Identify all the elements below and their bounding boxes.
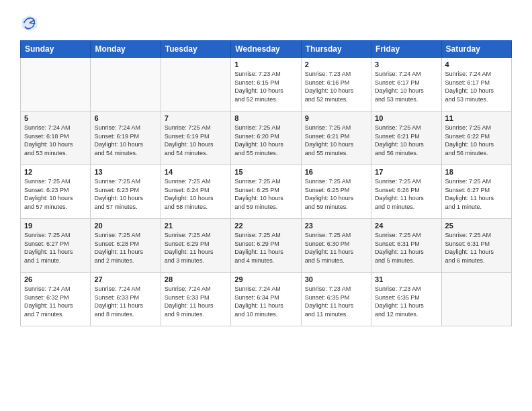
day-info: Sunrise: 7:23 AM Sunset: 6:35 PM Dayligh… [305, 285, 367, 318]
calendar-cell: 30Sunrise: 7:23 AM Sunset: 6:35 PM Dayli… [301, 273, 371, 326]
day-info: Sunrise: 7:25 AM Sunset: 6:30 PM Dayligh… [305, 231, 367, 265]
logo [20, 13, 42, 32]
general-blue-logo-icon [20, 13, 39, 32]
day-info: Sunrise: 7:25 AM Sunset: 6:19 PM Dayligh… [165, 124, 227, 157]
calendar-cell: 3Sunrise: 7:24 AM Sunset: 6:17 PM Daylig… [371, 58, 441, 111]
day-info: Sunrise: 7:25 AM Sunset: 6:25 PM Dayligh… [305, 177, 367, 211]
calendar-page: SundayMondayTuesdayWednesdayThursdayFrid… [0, 0, 532, 336]
day-number: 9 [305, 114, 367, 122]
day-info: Sunrise: 7:25 AM Sunset: 6:29 PM Dayligh… [234, 231, 297, 265]
calendar-cell: 17Sunrise: 7:25 AM Sunset: 6:26 PM Dayli… [371, 165, 441, 219]
calendar-header [20, 13, 512, 32]
calendar-cell: 11Sunrise: 7:25 AM Sunset: 6:22 PM Dayli… [441, 111, 511, 165]
day-number: 8 [234, 114, 297, 122]
day-number: 15 [234, 168, 297, 176]
day-header-wednesday: Wednesday [231, 41, 301, 58]
day-number: 18 [445, 168, 508, 176]
day-number: 24 [375, 222, 437, 230]
day-info: Sunrise: 7:25 AM Sunset: 6:28 PM Dayligh… [94, 231, 157, 265]
day-info: Sunrise: 7:24 AM Sunset: 6:33 PM Dayligh… [165, 285, 227, 318]
day-number: 19 [24, 222, 87, 230]
day-number: 1 [234, 60, 297, 68]
day-header-thursday: Thursday [301, 41, 371, 58]
day-info: Sunrise: 7:24 AM Sunset: 6:32 PM Dayligh… [24, 285, 87, 318]
calendar-cell: 6Sunrise: 7:24 AM Sunset: 6:19 PM Daylig… [91, 111, 161, 165]
calendar-cell [21, 58, 91, 111]
day-info: Sunrise: 7:24 AM Sunset: 6:18 PM Dayligh… [24, 124, 87, 157]
day-info: Sunrise: 7:25 AM Sunset: 6:22 PM Dayligh… [445, 124, 508, 157]
calendar-cell: 18Sunrise: 7:25 AM Sunset: 6:27 PM Dayli… [441, 165, 511, 219]
day-number: 22 [234, 222, 297, 230]
day-info: Sunrise: 7:25 AM Sunset: 6:20 PM Dayligh… [234, 124, 297, 157]
day-info: Sunrise: 7:25 AM Sunset: 6:31 PM Dayligh… [445, 231, 508, 265]
day-number: 11 [445, 114, 508, 122]
calendar-cell: 8Sunrise: 7:25 AM Sunset: 6:20 PM Daylig… [231, 111, 301, 165]
day-info: Sunrise: 7:24 AM Sunset: 6:17 PM Dayligh… [375, 70, 437, 103]
calendar-week-4: 19Sunrise: 7:25 AM Sunset: 6:27 PM Dayli… [21, 219, 512, 273]
calendar-cell: 16Sunrise: 7:25 AM Sunset: 6:25 PM Dayli… [301, 165, 371, 219]
calendar-cell [91, 58, 161, 111]
day-info: Sunrise: 7:24 AM Sunset: 6:34 PM Dayligh… [234, 285, 297, 318]
day-info: Sunrise: 7:25 AM Sunset: 6:26 PM Dayligh… [375, 177, 437, 211]
calendar-cell: 20Sunrise: 7:25 AM Sunset: 6:28 PM Dayli… [91, 219, 161, 273]
calendar-week-5: 26Sunrise: 7:24 AM Sunset: 6:32 PM Dayli… [21, 273, 512, 326]
day-number: 14 [165, 168, 227, 176]
calendar-cell: 15Sunrise: 7:25 AM Sunset: 6:25 PM Dayli… [231, 165, 301, 219]
calendar-header-row: SundayMondayTuesdayWednesdayThursdayFrid… [21, 41, 512, 58]
calendar-cell: 22Sunrise: 7:25 AM Sunset: 6:29 PM Dayli… [231, 219, 301, 273]
day-header-tuesday: Tuesday [161, 41, 230, 58]
day-number: 23 [305, 222, 367, 230]
day-number: 5 [24, 114, 87, 122]
calendar-cell: 13Sunrise: 7:25 AM Sunset: 6:23 PM Dayli… [91, 165, 161, 219]
calendar-cell: 25Sunrise: 7:25 AM Sunset: 6:31 PM Dayli… [441, 219, 511, 273]
calendar-cell: 19Sunrise: 7:25 AM Sunset: 6:27 PM Dayli… [21, 219, 91, 273]
calendar-week-1: 1Sunrise: 7:23 AM Sunset: 6:15 PM Daylig… [21, 58, 512, 111]
day-header-monday: Monday [91, 41, 161, 58]
day-header-sunday: Sunday [21, 41, 91, 58]
day-number: 2 [305, 60, 367, 68]
day-number: 4 [445, 60, 508, 68]
day-info: Sunrise: 7:24 AM Sunset: 6:19 PM Dayligh… [94, 124, 157, 157]
day-number: 17 [375, 168, 437, 176]
calendar-week-2: 5Sunrise: 7:24 AM Sunset: 6:18 PM Daylig… [21, 111, 512, 165]
day-number: 26 [24, 275, 87, 283]
day-info: Sunrise: 7:25 AM Sunset: 6:21 PM Dayligh… [305, 124, 367, 157]
day-info: Sunrise: 7:25 AM Sunset: 6:31 PM Dayligh… [375, 231, 437, 265]
day-number: 29 [234, 275, 297, 283]
day-info: Sunrise: 7:23 AM Sunset: 6:16 PM Dayligh… [305, 70, 367, 103]
calendar-table: SundayMondayTuesdayWednesdayThursdayFrid… [20, 40, 512, 326]
day-info: Sunrise: 7:25 AM Sunset: 6:25 PM Dayligh… [234, 177, 297, 211]
day-info: Sunrise: 7:25 AM Sunset: 6:27 PM Dayligh… [445, 177, 508, 211]
calendar-cell: 5Sunrise: 7:24 AM Sunset: 6:18 PM Daylig… [21, 111, 91, 165]
calendar-cell [441, 273, 511, 326]
calendar-cell: 24Sunrise: 7:25 AM Sunset: 6:31 PM Dayli… [371, 219, 441, 273]
day-number: 25 [445, 222, 508, 230]
day-number: 20 [94, 222, 157, 230]
day-number: 16 [305, 168, 367, 176]
calendar-cell: 1Sunrise: 7:23 AM Sunset: 6:15 PM Daylig… [231, 58, 301, 111]
day-number: 27 [94, 275, 157, 283]
day-header-friday: Friday [371, 41, 441, 58]
day-info: Sunrise: 7:25 AM Sunset: 6:23 PM Dayligh… [24, 177, 87, 211]
day-number: 28 [165, 275, 227, 283]
calendar-cell: 27Sunrise: 7:24 AM Sunset: 6:33 PM Dayli… [91, 273, 161, 326]
day-info: Sunrise: 7:25 AM Sunset: 6:21 PM Dayligh… [375, 124, 437, 157]
calendar-cell: 29Sunrise: 7:24 AM Sunset: 6:34 PM Dayli… [231, 273, 301, 326]
day-info: Sunrise: 7:24 AM Sunset: 6:17 PM Dayligh… [445, 70, 508, 103]
day-info: Sunrise: 7:23 AM Sunset: 6:15 PM Dayligh… [234, 70, 297, 103]
day-number: 7 [165, 114, 227, 122]
day-number: 12 [24, 168, 87, 176]
day-info: Sunrise: 7:25 AM Sunset: 6:27 PM Dayligh… [24, 231, 87, 265]
day-info: Sunrise: 7:23 AM Sunset: 6:35 PM Dayligh… [375, 285, 437, 318]
calendar-cell: 21Sunrise: 7:25 AM Sunset: 6:29 PM Dayli… [161, 219, 230, 273]
day-info: Sunrise: 7:25 AM Sunset: 6:24 PM Dayligh… [165, 177, 227, 211]
day-info: Sunrise: 7:25 AM Sunset: 6:29 PM Dayligh… [165, 231, 227, 265]
calendar-cell: 2Sunrise: 7:23 AM Sunset: 6:16 PM Daylig… [301, 58, 371, 111]
day-number: 6 [94, 114, 157, 122]
calendar-cell [161, 58, 230, 111]
day-number: 30 [305, 275, 367, 283]
calendar-cell: 26Sunrise: 7:24 AM Sunset: 6:32 PM Dayli… [21, 273, 91, 326]
day-number: 13 [94, 168, 157, 176]
calendar-cell: 31Sunrise: 7:23 AM Sunset: 6:35 PM Dayli… [371, 273, 441, 326]
calendar-cell: 28Sunrise: 7:24 AM Sunset: 6:33 PM Dayli… [161, 273, 230, 326]
